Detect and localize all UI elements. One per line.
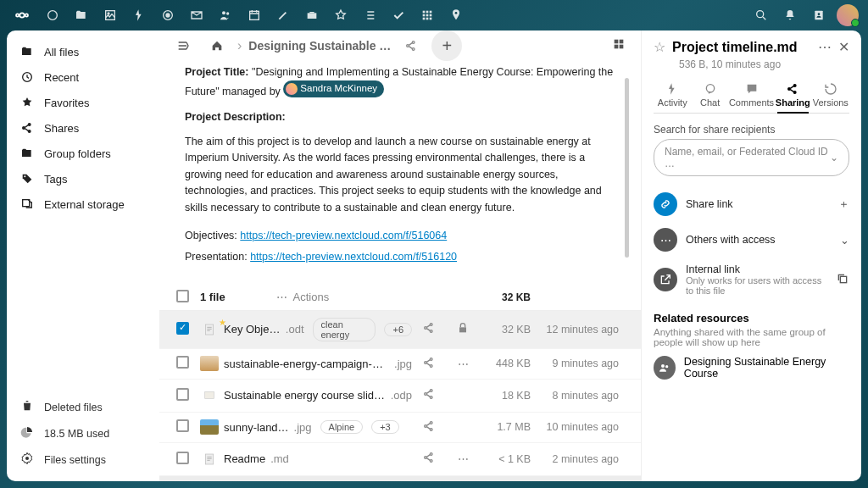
share-icon[interactable] [412, 356, 446, 369]
presentation-link[interactable]: https://tech-preview.nextcloud.com/f/516… [250, 251, 457, 263]
nav-shares[interactable]: Shares [7, 115, 159, 141]
share-search-input[interactable]: Name, email, or Federated Cloud ID …⌄ [654, 139, 849, 176]
chevron-down-icon: ⌄ [830, 152, 838, 164]
file-size: 448 KB [480, 358, 531, 369]
file-size: 32 KB [480, 324, 531, 336]
details-subtitle: 536 B, 10 minutes ago [679, 58, 849, 70]
file-ext: .jpg [294, 421, 312, 434]
file-row[interactable]: Key Object….odtclean energy+632 KB12 min… [159, 311, 641, 349]
tag-pill[interactable]: +6 [384, 323, 412, 336]
tab-sharing[interactable]: Sharing [774, 79, 811, 113]
tag-pill[interactable]: Alpine [320, 420, 364, 434]
user-menu[interactable] [834, 2, 861, 29]
more-icon[interactable]: ⋯ [446, 452, 480, 465]
share-icon[interactable] [412, 451, 446, 464]
row-checkbox[interactable] [176, 452, 189, 464]
svg-point-0 [19, 13, 24, 17]
share-icon[interactable] [412, 419, 446, 433]
nav-recent[interactable]: Recent [7, 64, 159, 90]
file-size: < 1 KB [480, 453, 531, 465]
tab-chat[interactable]: Chat [691, 79, 728, 113]
file-row[interactable]: Sustainable energy course slides.odp18 K… [159, 380, 641, 413]
svg-point-2 [25, 14, 28, 16]
svg-point-21 [455, 12, 458, 14]
nav-settings[interactable]: Files settings [7, 446, 159, 473]
favorites-app-icon[interactable] [327, 2, 354, 29]
share-breadcrumb-icon[interactable] [398, 32, 425, 59]
add-share-link-icon[interactable]: ＋ [838, 197, 849, 212]
file-row[interactable]: Project tim….md⋯< 1 KB10 minutes ago [159, 476, 641, 481]
nav-group-folders[interactable]: Group folders [7, 141, 159, 166]
file-row[interactable]: Readme.md⋯< 1 KB2 minutes ago [159, 443, 641, 476]
close-icon[interactable]: ✕ [838, 39, 849, 55]
svg-rect-18 [423, 18, 426, 20]
mail-app-icon[interactable] [183, 2, 210, 29]
internal-link-row[interactable]: Internal linkOnly works for users with a… [654, 258, 849, 302]
select-all-checkbox[interactable] [176, 290, 189, 302]
file-time: 12 minutes ago [531, 324, 624, 336]
svg-point-9 [226, 12, 229, 14]
share-icon[interactable] [412, 387, 446, 401]
photos-app-icon[interactable] [97, 2, 124, 29]
tab-versions[interactable]: Versions [812, 79, 849, 113]
nav-deleted[interactable]: Deleted files [7, 394, 159, 420]
contacts-menu-icon[interactable] [805, 2, 832, 29]
deck-app-icon[interactable] [298, 2, 326, 29]
app-topbar [0, 0, 868, 30]
nav-quota[interactable]: 18.5 MB used [7, 420, 159, 446]
maps-app-icon[interactable] [442, 2, 470, 29]
share-link-row[interactable]: Share link ＋ [654, 186, 849, 222]
breadcrumb: › Designing Sustainable … + [159, 30, 641, 61]
file-name: Sustainable energy course slides [224, 389, 386, 402]
nav-favorites[interactable]: Favorites [7, 90, 159, 115]
file-name: sustainable-energy-campaign-hand-holding… [224, 358, 389, 370]
expand-others-icon[interactable]: ⌄ [840, 234, 849, 247]
user-mention[interactable]: Sandra McKinney [283, 80, 384, 97]
row-checkbox[interactable] [176, 388, 189, 401]
others-access-row[interactable]: ⋯ Others with access ⌄ [654, 222, 849, 258]
svg-point-48 [425, 393, 427, 396]
calendar-app-icon[interactable] [241, 2, 268, 29]
tag-pill[interactable]: +3 [371, 420, 399, 434]
more-icon[interactable]: ⋯ [446, 358, 480, 370]
svg-point-49 [430, 390, 432, 392]
nav-external[interactable]: External storage [7, 191, 159, 217]
file-row[interactable]: sunny-land….jpgAlpine+31.7 MB10 minutes … [159, 413, 641, 443]
breadcrumb-folder[interactable]: Designing Sustainable … [248, 39, 391, 53]
tag-pill[interactable]: clean energy [313, 318, 376, 341]
activity-app-icon[interactable] [125, 2, 153, 29]
row-checkbox[interactable] [176, 322, 189, 335]
contacts-app-icon[interactable] [212, 2, 239, 29]
row-checkbox[interactable] [176, 356, 189, 369]
search-icon[interactable] [748, 2, 775, 29]
details-more-icon[interactable]: ⋯ [818, 39, 832, 55]
home-icon[interactable] [203, 32, 231, 59]
tasks-app-icon[interactable] [385, 2, 412, 29]
external-link-icon [654, 268, 677, 291]
list-app-icon[interactable] [356, 2, 383, 29]
notes-app-icon[interactable] [270, 2, 297, 29]
dashboard-icon[interactable] [39, 2, 66, 29]
related-resource[interactable]: Designing Sustainable Energy Course [654, 356, 849, 380]
nav-label: Group folders [44, 147, 111, 160]
talk-app-icon[interactable] [154, 2, 181, 29]
add-button[interactable]: + [431, 30, 462, 61]
details-tabs: Activity Chat Comments Sharing Versions [654, 79, 849, 114]
tab-comments[interactable]: Comments [729, 79, 774, 113]
svg-point-24 [818, 13, 821, 15]
copy-internal-icon[interactable] [836, 272, 849, 288]
toggle-sidebar-icon[interactable] [170, 32, 197, 59]
notifications-icon[interactable] [776, 2, 804, 29]
tables-app-icon[interactable] [414, 2, 441, 29]
row-checkbox[interactable] [176, 419, 189, 432]
tab-activity[interactable]: Activity [654, 79, 691, 113]
nav-tags[interactable]: Tags [7, 166, 159, 191]
nav-all-files[interactable]: All files [7, 39, 159, 64]
nextcloud-logo[interactable] [7, 0, 37, 30]
objectives-link[interactable]: https://tech-preview.nextcloud.com/f/516… [240, 230, 447, 241]
file-row[interactable]: sustainable-energy-campaign-hand-holding… [159, 349, 641, 380]
grid-view-icon[interactable] [607, 32, 631, 59]
files-app-icon[interactable] [68, 2, 95, 29]
share-icon[interactable] [412, 321, 446, 335]
favorite-star-icon[interactable]: ☆ [654, 39, 665, 55]
